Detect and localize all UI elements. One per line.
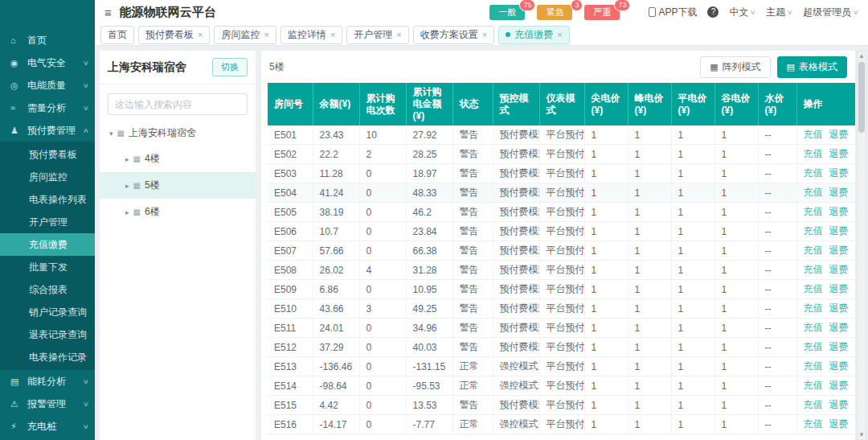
recharge-link[interactable]: 充值 — [804, 418, 823, 430]
tab[interactable]: 预付费看板× — [138, 26, 210, 44]
refund-link[interactable]: 退费 — [829, 322, 849, 333]
recharge-link[interactable]: 充值 — [804, 360, 823, 372]
language-selector[interactable]: 中文 ∨ — [729, 6, 755, 19]
cell: 1 — [671, 203, 714, 222]
sidebar-subitem[interactable]: 销户记录查询 — [0, 301, 95, 323]
sidebar-item[interactable]: ⚠报警管理∨ — [0, 393, 95, 415]
sidebar-item[interactable]: ◎电能质量∨ — [0, 74, 95, 97]
power-quality-icon: ◎ — [10, 80, 22, 91]
grid-mode-button[interactable]: ▦阵列模式 — [700, 56, 770, 78]
tab[interactable]: 开户管理× — [346, 26, 408, 44]
tab[interactable]: 收费方案设置× — [413, 26, 494, 44]
cell: E513 — [268, 357, 313, 376]
close-icon[interactable]: × — [264, 31, 268, 39]
recharge-link[interactable]: 充值 — [804, 283, 823, 294]
cell: 预付费模式 — [493, 183, 539, 203]
close-icon[interactable]: × — [396, 31, 401, 39]
close-icon[interactable]: × — [330, 31, 335, 39]
tab[interactable]: 监控详情× — [280, 26, 342, 44]
sidebar-subitem[interactable]: 退表记录查询 — [0, 323, 95, 346]
close-icon[interactable]: × — [198, 31, 203, 39]
sidebar-item[interactable]: ⌂首页 — [0, 29, 95, 51]
cell: 平台预付费 — [539, 357, 584, 376]
recharge-link[interactable]: 充值 — [804, 380, 823, 391]
sidebar-subitem[interactable]: 电表操作记录 — [0, 346, 95, 368]
vertical-scrollbar[interactable]: ▲ ▼ — [857, 51, 866, 440]
sidebar-item[interactable]: ♟预付费管理∧ — [0, 119, 95, 142]
refund-link[interactable]: 退费 — [829, 341, 849, 352]
tab[interactable]: 房间监控× — [214, 26, 276, 44]
recharge-link[interactable]: 充值 — [804, 225, 823, 236]
sidebar-item[interactable]: ≈需量分析∨ — [0, 97, 95, 119]
refund-link[interactable]: 退费 — [829, 129, 849, 140]
building-icon: ▦ — [117, 129, 125, 138]
table-mode-button[interactable]: ▤表格模式 — [777, 56, 847, 78]
alarm-badge[interactable]: 紧急3 — [537, 5, 572, 20]
recharge-link[interactable]: 充值 — [804, 399, 823, 410]
sidebar-subitem[interactable]: 批量下发 — [0, 256, 95, 278]
sidebar-item[interactable]: ▤能耗分析∨ — [0, 370, 95, 393]
tree-node[interactable]: ▸▦4楼 — [100, 146, 256, 172]
cell: 1 — [628, 396, 671, 415]
recharge-link[interactable]: 充值 — [804, 302, 823, 314]
hamburger-menu-icon[interactable]: ≡ — [104, 6, 112, 19]
sidebar-subitem[interactable]: 开户管理 — [0, 211, 95, 233]
recharge-link[interactable]: 充值 — [804, 341, 823, 352]
refund-link[interactable]: 退费 — [829, 225, 849, 236]
rooms-table: 房间号余额(¥)累计购电次数累计购电金额(¥)状态预控模式仪表模式尖电价(¥)峰… — [268, 83, 855, 434]
close-icon[interactable]: × — [557, 31, 562, 39]
switch-building-button[interactable]: 切换 — [212, 58, 248, 76]
rooms-table-header-row: 房间号余额(¥)累计购电次数累计购电金额(¥)状态预控模式仪表模式尖电价(¥)峰… — [268, 83, 855, 125]
user-menu[interactable]: 超级管理员 ∨ — [803, 6, 858, 19]
cell: 66.38 — [406, 241, 452, 261]
close-icon[interactable]: × — [482, 31, 487, 39]
refund-link[interactable]: 退费 — [829, 187, 849, 198]
cell: 预付费模式 — [493, 396, 539, 415]
refund-link[interactable]: 退费 — [829, 283, 849, 294]
sidebar-subitem[interactable]: 电表操作列表 — [0, 188, 95, 211]
tree-search-input[interactable] — [108, 93, 248, 115]
recharge-link[interactable]: 充值 — [804, 167, 823, 179]
sidebar-subitem[interactable]: 房间监控 — [0, 166, 95, 188]
sidebar-subitem[interactable]: 预付费看板 — [0, 143, 95, 166]
scrollbar-down-arrow-icon[interactable]: ▼ — [858, 430, 865, 439]
refund-link[interactable]: 退费 — [829, 206, 849, 217]
app-download-link[interactable]: APP下载 — [649, 6, 697, 19]
recharge-link[interactable]: 充值 — [804, 322, 823, 333]
sidebar-item[interactable]: ⚡充电桩∨ — [0, 415, 95, 438]
table-toolbar: 5楼 ▦阵列模式▤表格模式 — [261, 51, 855, 83]
recharge-link[interactable]: 充值 — [804, 187, 823, 198]
recharge-link[interactable]: 充值 — [804, 245, 823, 256]
sidebar-subitem[interactable]: 综合报表 — [0, 278, 95, 301]
tab[interactable]: 首页 — [100, 26, 134, 44]
cell: 1 — [714, 145, 758, 164]
recharge-link[interactable]: 充值 — [804, 206, 823, 217]
tree-node[interactable]: ▸▦5楼 — [100, 172, 256, 199]
tree-root-node[interactable]: ▾ ▦ 上海安科瑞宿舍 — [100, 120, 256, 146]
refund-link[interactable]: 退费 — [829, 167, 849, 179]
refund-link[interactable]: 退费 — [829, 148, 849, 159]
refund-link[interactable]: 退费 — [829, 245, 849, 256]
theme-selector[interactable]: 主题 ∨ — [766, 6, 792, 19]
cell: 23.84 — [406, 222, 452, 241]
sidebar-subitem[interactable]: 充值缴费 — [0, 233, 95, 256]
refund-link[interactable]: 退费 — [829, 399, 849, 410]
tree-node[interactable]: ▸▦6楼 — [100, 199, 256, 225]
refund-link[interactable]: 退费 — [829, 264, 849, 275]
refund-link[interactable]: 退费 — [829, 360, 849, 372]
recharge-link[interactable]: 充值 — [804, 148, 823, 159]
mode-button-label: 阵列模式 — [723, 60, 761, 74]
recharge-link[interactable]: 充值 — [804, 129, 823, 140]
alarm-badge[interactable]: 一般75 — [489, 5, 525, 20]
refund-link[interactable]: 退费 — [829, 418, 849, 430]
alarm-badge[interactable]: 严重73 — [584, 5, 620, 20]
scrollbar-thumb[interactable] — [858, 62, 865, 133]
sidebar-item[interactable]: ◉电气安全∨ — [0, 51, 95, 74]
refund-link[interactable]: 退费 — [829, 302, 849, 314]
refund-link[interactable]: 退费 — [829, 380, 849, 391]
recharge-link[interactable]: 充值 — [804, 264, 823, 275]
tab[interactable]: 充值缴费× — [498, 26, 569, 44]
grid-icon: ▦ — [710, 62, 718, 72]
scrollbar-up-arrow-icon[interactable]: ▲ — [858, 51, 865, 60]
help-icon[interactable]: ? — [707, 6, 719, 18]
